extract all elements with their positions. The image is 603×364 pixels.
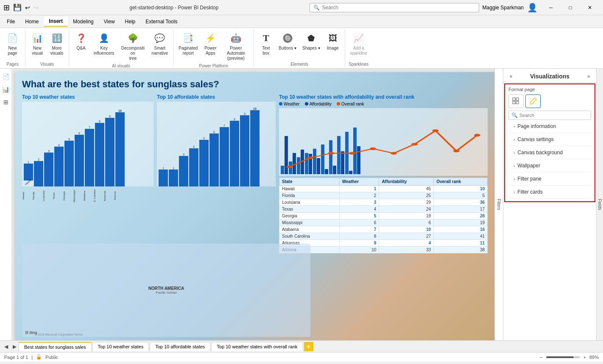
key-influencers-icon: 👤 bbox=[97, 31, 111, 45]
page-tab-3-label: Top 10 affordable states bbox=[155, 344, 205, 349]
section-filter-cards[interactable]: › Filter cards bbox=[508, 186, 591, 199]
ribbon-qa-btn[interactable]: ❓ Q&A bbox=[72, 30, 90, 53]
qa-icon: ❓ bbox=[74, 31, 88, 45]
panel-expand-btn[interactable]: » bbox=[584, 72, 593, 81]
paintbrush-format-btn[interactable] bbox=[525, 94, 541, 108]
fields-tab[interactable]: Fields bbox=[596, 69, 603, 340]
ribbon-decomposition-tree-btn[interactable]: 🌳 Decompositiontree bbox=[117, 30, 148, 63]
menu-file[interactable]: File bbox=[2, 17, 20, 26]
redo-icon[interactable]: ↪ bbox=[34, 4, 39, 11]
ribbon-paginated-report-btn[interactable]: 📑 Paginatedreport bbox=[176, 30, 200, 58]
filters-tab[interactable]: Filters bbox=[494, 69, 503, 340]
section-canvas-settings[interactable]: › Canvas settings bbox=[508, 133, 591, 146]
ribbon-ai-items: ❓ Q&A 👤 Keyinfluencers 🌳 Decompositiontr… bbox=[72, 30, 170, 63]
ribbon-platform-label: Power Platform bbox=[199, 64, 228, 68]
ribbon-image-btn[interactable]: 🖼 Image bbox=[324, 30, 342, 53]
svg-point-0 bbox=[286, 165, 293, 168]
ribbon-new-page-btn[interactable]: 📄 Newpage bbox=[3, 30, 22, 58]
page-tab-2[interactable]: Top 10 weather states bbox=[92, 342, 149, 351]
save-icon[interactable]: 💾 bbox=[13, 3, 22, 11]
page-tab-1[interactable]: Best states for sunglass sales bbox=[19, 342, 92, 351]
ribbon-elements-items: T Textbox 🔘 Buttons ▾ ⬟ Shapes ▾ 🖼 Image bbox=[257, 30, 342, 61]
tab-next-btn[interactable]: ▶ bbox=[10, 342, 19, 351]
svg-rect-10 bbox=[513, 98, 515, 100]
section-wallpaper[interactable]: › Wallpaper bbox=[508, 159, 591, 172]
state-cell: Alabama bbox=[279, 226, 340, 233]
affordable-chart[interactable]: Top 10 affordable states 1 1 3 bbox=[157, 94, 276, 186]
ribbon-smart-narrative-btn[interactable]: 💬 Smartnarrative bbox=[149, 30, 170, 58]
menu-modeling[interactable]: Modeling bbox=[68, 17, 99, 26]
search-wrap[interactable]: 🔍 bbox=[508, 111, 591, 120]
buttons-icon: 🔘 bbox=[281, 31, 294, 45]
page-tab-1-label: Best states for sunglass sales bbox=[24, 345, 86, 350]
combo-chart-section[interactable]: Top 10 weather states with affordability… bbox=[279, 94, 488, 253]
smart-narrative-icon: 💬 bbox=[153, 31, 167, 45]
ribbon-power-apps-btn[interactable]: ⚡ PowerApps bbox=[201, 30, 220, 58]
ribbon-platform-items: 📑 Paginatedreport ⚡ PowerApps 🤖 Power Au… bbox=[176, 30, 251, 63]
title-search-box[interactable]: 🔍 bbox=[310, 3, 479, 12]
minimize-button[interactable]: ─ bbox=[541, 0, 561, 15]
tab-prev-btn[interactable]: ◀ bbox=[2, 342, 10, 351]
data-table: State Weather Affordability Overall rank… bbox=[279, 178, 488, 253]
state-cell: Louisiana bbox=[279, 199, 340, 206]
overall-legend-label: Overall rank bbox=[341, 102, 364, 106]
section-canvas-settings-label: Canvas settings bbox=[517, 136, 553, 142]
ribbon-text-box-btn[interactable]: T Textbox bbox=[257, 30, 275, 58]
ribbon-more-visuals-btn[interactable]: 🔢 Morevisuals bbox=[47, 30, 66, 58]
page-tab-3[interactable]: Top 10 affordable states bbox=[150, 342, 210, 351]
page-info: Page 1 of 1 bbox=[4, 355, 28, 360]
maximize-button[interactable]: □ bbox=[561, 0, 580, 15]
decomposition-tree-icon: 🌳 bbox=[126, 31, 140, 45]
chart3-title: Top 10 weather states with affordability… bbox=[279, 94, 488, 100]
grid-format-btn[interactable] bbox=[508, 94, 524, 108]
left-sidebar-chart-icon[interactable]: 📊 bbox=[1, 85, 11, 94]
menu-insert[interactable]: Insert bbox=[44, 17, 68, 27]
menu-external-tools[interactable]: External Tools bbox=[140, 17, 182, 26]
left-sidebar-pages-icon[interactable]: 📄 bbox=[1, 72, 11, 81]
section-filter-pane[interactable]: › Filter pane bbox=[508, 172, 591, 186]
ribbon-group-visuals: 📊 Newvisual 🔢 Morevisuals Visuals bbox=[25, 30, 69, 67]
bottom-tabs: ◀ ▶ Best states for sunglass sales Top 1… bbox=[0, 340, 603, 352]
ribbon-group-power-platform: 📑 Paginatedreport ⚡ PowerApps 🤖 Power Au… bbox=[173, 30, 254, 67]
zoom-slider[interactable] bbox=[546, 356, 580, 358]
svg-point-3 bbox=[349, 152, 355, 154]
new-visual-icon: 📊 bbox=[31, 31, 44, 45]
weather-chart[interactable]: Top 10 weather states 1 Hawaii 2 bbox=[22, 94, 154, 203]
panel-collapse-btn[interactable]: « bbox=[507, 72, 515, 81]
close-button[interactable]: ✕ bbox=[580, 0, 600, 15]
section-filter-cards-label: Filter cards bbox=[517, 189, 542, 195]
right-wrapper: Filters « Visualizations » Format page bbox=[494, 69, 603, 340]
ribbon-key-influencers-btn[interactable]: 👤 Keyinfluencers bbox=[91, 30, 117, 58]
section-canvas-background[interactable]: › Canvas background bbox=[508, 146, 591, 159]
ribbon-add-sparkline-btn[interactable]: 📈 Add asparkline bbox=[348, 30, 370, 58]
user-avatar: 👤 bbox=[527, 3, 538, 13]
section-page-information[interactable]: › Page information bbox=[508, 120, 591, 133]
table-header-state: State bbox=[279, 178, 340, 186]
ribbon-group-elements: T Textbox 🔘 Buttons ▾ ⬟ Shapes ▾ 🖼 Image… bbox=[254, 30, 345, 67]
svg-point-4 bbox=[370, 147, 376, 150]
zoom-plus-btn[interactable]: + bbox=[583, 355, 586, 360]
table-row: Georgia 5 19 28 bbox=[279, 213, 488, 220]
ribbon-new-visual-btn[interactable]: 📊 Newvisual bbox=[28, 30, 47, 58]
zoom-minus-btn[interactable]: − bbox=[540, 355, 542, 360]
page-tab-4[interactable]: Top 10 weather states with overall rank bbox=[211, 342, 303, 351]
ribbon-elements-label: Elements bbox=[290, 62, 308, 67]
title-search-input[interactable] bbox=[322, 5, 475, 11]
undo-icon[interactable]: ↩ bbox=[25, 4, 30, 11]
ribbon-buttons-btn[interactable]: 🔘 Buttons ▾ bbox=[276, 30, 299, 53]
menu-help[interactable]: Help bbox=[120, 17, 141, 26]
app-icon: ⊞ bbox=[3, 3, 10, 12]
table-header-affordability: Affordability bbox=[379, 178, 434, 186]
svg-point-6 bbox=[411, 143, 418, 145]
table-row: South Carolina 8 27 41 bbox=[279, 233, 488, 240]
page-title: What are the best states for sunglass sa… bbox=[22, 79, 488, 90]
add-page-button[interactable]: + bbox=[304, 342, 313, 351]
map-visual[interactable]: NORTH AMERICA Pacific Ocean ᗷ Bing © 201… bbox=[22, 244, 310, 337]
panel-search-input[interactable] bbox=[519, 113, 588, 118]
ribbon-shapes-btn[interactable]: ⬟ Shapes ▾ bbox=[300, 30, 323, 53]
menu-view[interactable]: View bbox=[99, 17, 120, 26]
ribbon-power-automate-btn[interactable]: 🤖 Power Automate(preview) bbox=[221, 30, 251, 63]
left-sidebar-grid-icon[interactable]: ⊞ bbox=[1, 97, 11, 107]
menu-home[interactable]: Home bbox=[20, 17, 44, 26]
ribbon-sparklines-label: Sparklines bbox=[349, 62, 368, 67]
